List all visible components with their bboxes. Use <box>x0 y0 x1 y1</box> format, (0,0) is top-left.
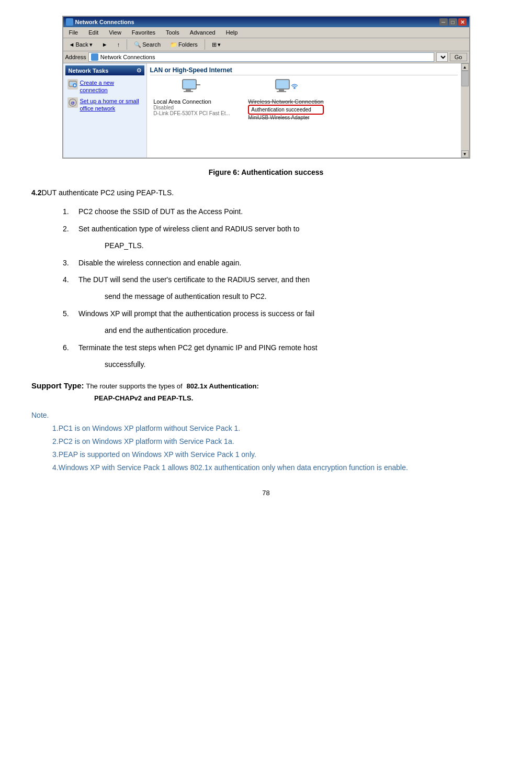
svg-text:@: @ <box>70 101 74 105</box>
content-area: LAN or High-Speed Internet <box>147 63 461 158</box>
lan-icon-area <box>182 79 202 97</box>
support-type-text2: 802.1x Authentication: <box>187 382 259 390</box>
screenshot-window: Network Connections ─ □ ✕ File Edit View… <box>62 16 470 159</box>
sidebar-section-header: Network Tasks ⊙ <box>65 65 144 75</box>
go-button[interactable]: Go <box>450 53 467 61</box>
menu-file[interactable]: File <box>66 28 82 37</box>
svg-rect-13 <box>277 91 286 92</box>
back-label: Back <box>75 41 88 48</box>
list-item-1: 1. PC2 choose the SSID of DUT as the Acc… <box>63 206 501 217</box>
connection-lan[interactable]: Local Area Connection Disabled D-Link DF… <box>150 79 234 120</box>
note-item-3: 3.PEAP is supported on Windows XP with S… <box>52 449 501 460</box>
address-bar: Address Network Connections Go <box>63 51 469 63</box>
note-items: 1.PC1 is on Windows XP platform without … <box>52 423 501 473</box>
sidebar-collapse-icon[interactable]: ⊙ <box>137 67 141 74</box>
scroll-up-button[interactable]: ▲ <box>461 63 469 71</box>
menu-view[interactable]: View <box>106 28 124 37</box>
connections-section-title: LAN or High-Speed Internet <box>150 66 458 75</box>
scroll-down-button[interactable]: ▼ <box>461 150 469 158</box>
task-create-label[interactable]: Create a new connection <box>80 79 142 94</box>
connection-wireless[interactable]: Wireless Network Connection Authenticati… <box>244 79 328 120</box>
search-icon: 🔍 <box>134 41 141 48</box>
wireless-name-text: Wireless Network Connection <box>248 98 323 105</box>
list-item-6: 6. Terminate the test steps when PC2 get… <box>63 342 501 353</box>
window-title-text: Network Connections <box>75 19 134 25</box>
step-5-text: Windows XP will prompt that the authenti… <box>78 308 314 319</box>
figure-caption: Figure 6: Authentication success <box>21 168 511 176</box>
folders-label: Folders <box>178 41 198 48</box>
note-label: Note. <box>31 409 501 421</box>
back-button[interactable]: ◄ Back ▾ <box>65 40 96 50</box>
support-type-text3: PEAP-CHAPv2 and PEAP-TLS. <box>94 394 193 402</box>
svg-rect-7 <box>183 80 196 89</box>
doc-body: 4.2DUT authenticate PC2 using PEAP-TLS. … <box>21 187 511 473</box>
step-2-text: Set authentication type of wireless clie… <box>78 223 300 235</box>
lan-status: Disabled <box>153 105 230 110</box>
lan-device: D-Link DFE-530TX PCI Fast Et... <box>153 110 230 116</box>
close-button[interactable]: ✕ <box>458 18 467 26</box>
menu-help[interactable]: Help <box>223 28 241 37</box>
address-label: Address <box>65 54 86 60</box>
up-icon: ↑ <box>117 41 120 48</box>
support-type-text1: The router supports the types of <box>86 382 182 390</box>
wireless-device: MiniUSB Wireless Adapter <box>248 115 323 120</box>
task-setup-network[interactable]: @ Set up a home or small office network <box>65 96 144 114</box>
step-5-indent: and end the authentication procedure. <box>105 325 501 336</box>
wireless-status-highlight: Authentication succeeded <box>248 105 323 115</box>
address-input-box[interactable]: Network Connections <box>88 52 434 62</box>
maximize-button[interactable]: □ <box>449 18 457 26</box>
step-4-text: The DUT will send the user's certificate… <box>78 274 310 285</box>
svg-rect-8 <box>186 89 191 91</box>
back-icon: ◄ <box>69 41 75 48</box>
step-4-indent: send the message of authentication resul… <box>105 291 501 302</box>
svg-rect-9 <box>184 91 193 92</box>
back-dropdown-icon: ▾ <box>89 41 93 48</box>
section-4-2: 4.2DUT authenticate PC2 using PEAP-TLS. <box>31 187 501 198</box>
wireless-icon-area <box>275 79 298 97</box>
lan-name: Local Area Connection <box>153 98 230 105</box>
search-button[interactable]: 🔍 Search <box>130 40 164 50</box>
scrollbar[interactable]: ▲ ▼ <box>461 63 469 158</box>
support-type-section: Support Type: The router supports the ty… <box>31 380 501 404</box>
svg-rect-12 <box>279 89 284 91</box>
note-item-4-text: 4.Windows XP with Service Pack 1 allows … <box>52 463 408 472</box>
window-icon <box>66 18 73 26</box>
task-create-connection[interactable]: Create a new connection <box>65 77 144 96</box>
address-icon <box>91 53 98 61</box>
views-icon: ⊞ <box>212 41 217 48</box>
task-setup-icon: @ <box>67 97 78 108</box>
window-title-bar: Network Connections ─ □ ✕ <box>63 17 469 27</box>
menu-edit[interactable]: Edit <box>85 28 101 37</box>
step-1-num: 1. <box>63 206 75 217</box>
folders-icon: 📁 <box>170 41 177 48</box>
separator-2 <box>205 39 205 50</box>
scroll-thumb[interactable] <box>461 71 469 86</box>
separator-1 <box>127 39 127 50</box>
folders-button[interactable]: 📁 Folders <box>166 40 201 50</box>
list-item-2: 2. Set authentication type of wireless c… <box>63 223 501 235</box>
sidebar-section-title: Network Tasks <box>69 68 109 74</box>
sidebar: Network Tasks ⊙ Create a new connection <box>63 63 147 158</box>
step-6-text: Terminate the test steps when PC2 get dy… <box>78 342 318 353</box>
task-create-icon <box>67 79 78 90</box>
menu-advanced[interactable]: Advanced <box>187 28 219 37</box>
minimize-button[interactable]: ─ <box>439 18 448 26</box>
page-content: Network Connections ─ □ ✕ File Edit View… <box>21 16 511 497</box>
step-1-text: PC2 choose the SSID of DUT as the Access… <box>78 206 243 217</box>
menu-favorites[interactable]: Favorites <box>129 28 159 37</box>
up-button[interactable]: ↑ <box>114 40 124 49</box>
address-dropdown[interactable] <box>436 52 448 62</box>
menu-tools[interactable]: Tools <box>163 28 183 37</box>
task-setup-label[interactable]: Set up a home or small office network <box>80 97 142 113</box>
wireless-status: Authentication succeeded <box>251 107 311 113</box>
forward-button[interactable]: ► <box>98 40 111 49</box>
toolbar: ◄ Back ▾ ► ↑ 🔍 Search 📁 Folders ⊞ <box>63 38 469 51</box>
note-item-1: 1.PC1 is on Windows XP platform without … <box>52 423 501 434</box>
svg-rect-11 <box>276 80 289 89</box>
svg-point-14 <box>293 87 296 89</box>
wireless-network-icon <box>275 79 298 97</box>
address-value: Network Connections <box>100 54 155 60</box>
support-type-label: Support Type: <box>31 381 84 390</box>
views-button[interactable]: ⊞ ▾ <box>208 40 224 50</box>
step-2-num: 2. <box>63 223 75 235</box>
